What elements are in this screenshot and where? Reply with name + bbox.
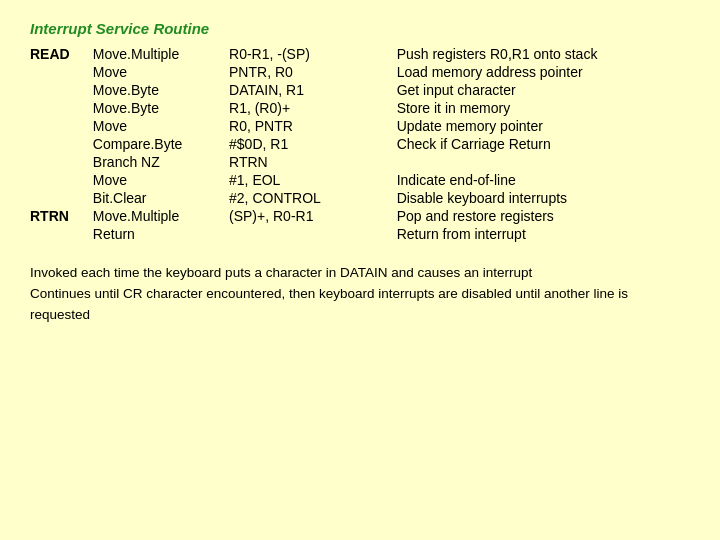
table-row: ReturnReturn from interrupt — [30, 225, 690, 243]
table-row: Move#1, EOLIndicate end-of-line — [30, 171, 690, 189]
row-instruction: Move — [93, 171, 229, 189]
row-operand: R0-R1, -(SP) — [229, 45, 397, 63]
row-instruction: Move.Multiple — [93, 45, 229, 63]
description-block: Invoked each time the keyboard puts a ch… — [30, 263, 690, 326]
row-label — [30, 171, 93, 189]
row-label: RTRN — [30, 207, 93, 225]
page-title: Interrupt Service Routine — [30, 20, 690, 37]
row-instruction: Branch NZ — [93, 153, 229, 171]
row-label — [30, 153, 93, 171]
row-label — [30, 225, 93, 243]
table-row: Bit.Clear#2, CONTROLDisable keyboard int… — [30, 189, 690, 207]
row-operand: RTRN — [229, 153, 397, 171]
row-comment: Get input character — [397, 81, 690, 99]
table-row: READMove.MultipleR0-R1, -(SP)Push regist… — [30, 45, 690, 63]
row-comment: Store it in memory — [397, 99, 690, 117]
row-comment: Return from interrupt — [397, 225, 690, 243]
row-label: READ — [30, 45, 93, 63]
row-operand: R1, (R0)+ — [229, 99, 397, 117]
table-row: Move.ByteDATAIN, R1Get input character — [30, 81, 690, 99]
row-operand: PNTR, R0 — [229, 63, 397, 81]
row-operand: R0, PNTR — [229, 117, 397, 135]
table-row: RTRNMove.Multiple(SP)+, R0-R1Pop and res… — [30, 207, 690, 225]
row-label — [30, 189, 93, 207]
row-label — [30, 99, 93, 117]
row-comment: Disable keyboard interrupts — [397, 189, 690, 207]
row-comment: Indicate end-of-line — [397, 171, 690, 189]
table-row: Move.ByteR1, (R0)+Store it in memory — [30, 99, 690, 117]
row-operand — [229, 225, 397, 243]
row-comment — [397, 153, 690, 171]
table-row: Compare.Byte#$0D, R1Check if Carriage Re… — [30, 135, 690, 153]
row-label — [30, 117, 93, 135]
row-operand: #$0D, R1 — [229, 135, 397, 153]
description-line: Invoked each time the keyboard puts a ch… — [30, 263, 690, 284]
row-instruction: Compare.Byte — [93, 135, 229, 153]
table-row: Branch NZRTRN — [30, 153, 690, 171]
row-operand: #1, EOL — [229, 171, 397, 189]
row-comment: Pop and restore registers — [397, 207, 690, 225]
row-instruction: Move.Multiple — [93, 207, 229, 225]
row-operand: DATAIN, R1 — [229, 81, 397, 99]
row-instruction: Move.Byte — [93, 99, 229, 117]
row-label — [30, 81, 93, 99]
row-comment: Push registers R0,R1 onto stack — [397, 45, 690, 63]
row-instruction: Move.Byte — [93, 81, 229, 99]
row-instruction: Move — [93, 63, 229, 81]
table-row: MovePNTR, R0Load memory address pointer — [30, 63, 690, 81]
row-comment: Load memory address pointer — [397, 63, 690, 81]
row-comment: Check if Carriage Return — [397, 135, 690, 153]
code-table: READMove.MultipleR0-R1, -(SP)Push regist… — [30, 45, 690, 243]
row-instruction: Move — [93, 117, 229, 135]
row-operand: #2, CONTROL — [229, 189, 397, 207]
row-instruction: Return — [93, 225, 229, 243]
row-comment: Update memory pointer — [397, 117, 690, 135]
row-operand: (SP)+, R0-R1 — [229, 207, 397, 225]
row-label — [30, 63, 93, 81]
row-label — [30, 135, 93, 153]
table-row: MoveR0, PNTRUpdate memory pointer — [30, 117, 690, 135]
description-line: Continues until CR character encountered… — [30, 284, 690, 326]
row-instruction: Bit.Clear — [93, 189, 229, 207]
